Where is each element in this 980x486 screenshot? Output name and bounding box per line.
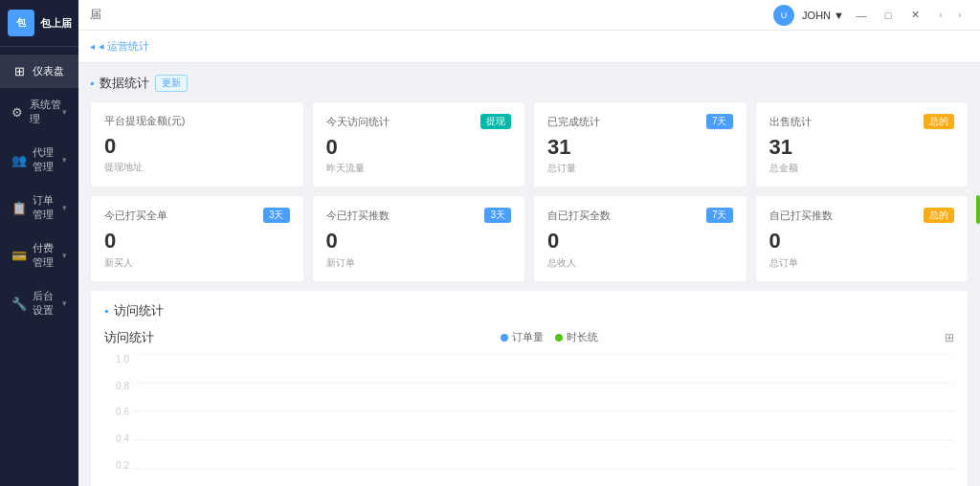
titlebar-right: U JOHN ▼ — □ ✕ ‹ › [773, 5, 969, 26]
stat-value-1: 0 [326, 135, 512, 160]
stat-badge-r2-3: 总的 [924, 208, 954, 223]
backend-icon: 🔧 [11, 297, 27, 311]
navbar-title: ◂ 运营统计 [99, 39, 149, 54]
stat-value-r2-2: 0 [547, 229, 733, 254]
sidebar-label-order: 订单管理 [33, 193, 62, 222]
stat-sub-0: 提现地址 [104, 161, 290, 174]
chart-svg [133, 354, 954, 486]
y-label-4: 0.8 [116, 381, 129, 391]
navbar-back-button[interactable]: ◂ ◂ 运营统计 [90, 39, 149, 54]
stat-badge-3: 总的 [924, 114, 954, 129]
titlebar-app-title: 届 [90, 7, 101, 23]
stat-card-r2-1: 今已打买推数 3天 0 新订单 [312, 195, 526, 281]
stat-title-r2-2: 自已打买全数 [547, 209, 611, 223]
sidebar-item-dashboard[interactable]: ⊞ 仪表盘 [0, 55, 78, 88]
sidebar-logo: 包 包上届 [0, 0, 78, 47]
minimize-button[interactable]: — [852, 6, 871, 25]
stat-title-0: 平台提现金额(元) [104, 114, 185, 128]
sidebar-item-backend[interactable]: 🔧 后台设置 ▾ [0, 279, 78, 327]
sidebar-item-order[interactable]: 📋 订单管理 ▾ [0, 184, 78, 232]
stat-title-3: 出售统计 [769, 115, 812, 129]
stat-value-r2-1: 0 [326, 229, 512, 254]
chart-legend: 订单量 时长统 [501, 330, 598, 344]
stats-grid-row1: 平台提现金额(元) 0 提现地址 今天访问统计 提现 0 昨天流量 已完成统计 … [90, 101, 969, 188]
chart-header: 访问统计 订单量 时长统 ⊞ [104, 329, 954, 346]
stat-card-r2-0: 今已打买全单 3天 0 新买人 [90, 195, 304, 281]
data-stats-header: ▪ 数据统计 更新 [90, 75, 969, 92]
stats-grid-row2: 今已打买全单 3天 0 新买人 今已打买推数 3天 0 新订单 自已打买全数 7… [90, 195, 969, 281]
navbar: ◂ ◂ 运营统计 [78, 31, 980, 63]
stat-sub-2: 总订量 [547, 162, 733, 175]
chart-svg-area [133, 354, 954, 486]
sidebar-label-backend: 后台设置 [33, 289, 62, 318]
sidebar-label-dashboard: 仪表盘 [33, 64, 64, 78]
stat-badge-r2-1: 3天 [484, 208, 511, 223]
stat-card-r2-2: 自已打买全数 7天 0 总收人 [533, 195, 747, 281]
chart-main-title: 访问统计 [104, 329, 154, 346]
stat-badge-2: 7天 [706, 114, 733, 129]
nav-forward-button[interactable]: › [951, 7, 969, 24]
stat-card-withdraw: 平台提现金额(元) 0 提现地址 [90, 101, 304, 188]
sidebar-item-agent[interactable]: 👥 代理管理 ▾ [0, 136, 78, 184]
titlebar-left: 届 [90, 7, 101, 23]
sidebar-menu: ⊞ 仪表盘 ⚙ 系统管理 ▾ 👥 代理管理 ▾ 📋 订单管理 ▾ [0, 47, 78, 486]
stat-sub-r2-0: 新买人 [104, 256, 290, 270]
visit-stats-title: 访问统计 [114, 302, 164, 320]
sidebar: 包 包上届 ⊞ 仪表盘 ⚙ 系统管理 ▾ 👥 代理管理 ▾ 📋 [0, 0, 78, 486]
sidebar-item-payment[interactable]: 💳 付费管理 ▾ [0, 232, 78, 279]
chart-section-icon: ▪ [104, 304, 108, 318]
legend-dot-time [555, 334, 563, 342]
stat-card-visit: 今天访问统计 提现 0 昨天流量 [312, 101, 526, 188]
scroll-thumb [976, 195, 980, 224]
logo-icon: 包 [8, 10, 34, 36]
user-avatar[interactable]: U [773, 5, 794, 26]
nav-back-button[interactable]: ‹ [932, 7, 949, 24]
user-name[interactable]: JOHN ▼ [802, 10, 844, 21]
sidebar-label-system: 系统管理 [30, 98, 62, 126]
y-label-5: 1.0 [116, 354, 129, 364]
stat-card-complete: 已完成统计 7天 31 总订量 [533, 101, 747, 188]
agent-icon: 👥 [11, 153, 27, 167]
sidebar-label-agent: 代理管理 [33, 145, 62, 174]
stat-value-r2-3: 0 [769, 229, 955, 254]
system-icon: ⚙ [11, 105, 24, 120]
payment-icon: 💳 [11, 249, 27, 263]
data-stats-badge: 更新 [155, 75, 188, 92]
close-button[interactable]: ✕ [905, 6, 924, 25]
stat-card-r2-3: 自已打买推数 总的 0 总订单 [755, 195, 969, 281]
sidebar-label-payment: 付费管理 [33, 241, 62, 270]
maximize-button[interactable]: □ [879, 6, 898, 25]
stat-value-0: 0 [104, 134, 290, 159]
dashboard-icon: ⊞ [11, 64, 27, 78]
stat-sub-r2-3: 总订单 [769, 256, 955, 270]
stat-badge-1: 提现 [480, 114, 511, 129]
back-arrow-icon: ◂ [90, 41, 95, 52]
stat-sub-1: 昨天流量 [326, 162, 512, 175]
legend-time: 时长统 [555, 330, 598, 344]
y-label-2: 0.4 [116, 433, 129, 444]
stat-value-r2-0: 0 [104, 229, 290, 254]
content-area: ▪ 数据统计 更新 平台提现金额(元) 0 提现地址 今天访问统计 提现 0 昨… [78, 63, 980, 486]
y-label-3: 0.6 [116, 407, 129, 417]
logo-text: 包上届 [40, 16, 72, 31]
section-icon-stats: ▪ [90, 77, 94, 90]
stat-value-3: 31 [769, 135, 955, 160]
titlebar: 届 U JOHN ▼ — □ ✕ ‹ › [78, 0, 980, 31]
stat-badge-r2-0: 3天 [263, 208, 290, 223]
sidebar-item-system[interactable]: ⚙ 系统管理 ▾ [0, 88, 78, 136]
main-content: 届 U JOHN ▼ — □ ✕ ‹ › ◂ ◂ 运营统计 ▪ 数据统计 更新 [78, 0, 980, 486]
data-stats-title: 数据统计 [100, 75, 149, 92]
chart-container: 1.0 0.8 0.6 0.4 0.2 0 [104, 354, 954, 486]
chart-section: ▪ 访问统计 访问统计 订单量 时长统 ⊞ [90, 290, 969, 486]
legend-time-label: 时长统 [567, 330, 598, 344]
chart-expand-icon[interactable]: ⊞ [945, 331, 954, 344]
legend-dot-orders [501, 334, 508, 342]
stat-title-r2-3: 自已打买推数 [769, 209, 833, 223]
stat-sub-r2-2: 总收人 [547, 256, 733, 270]
stat-sub-r2-1: 新订单 [326, 256, 512, 270]
stat-title-r2-0: 今已打买全单 [104, 209, 167, 223]
legend-orders-label: 订单量 [512, 330, 544, 344]
stat-title-r2-1: 今已打买推数 [326, 209, 390, 223]
stat-card-sale: 出售统计 总的 31 总金额 [755, 101, 969, 188]
scroll-indicator [976, 195, 980, 291]
